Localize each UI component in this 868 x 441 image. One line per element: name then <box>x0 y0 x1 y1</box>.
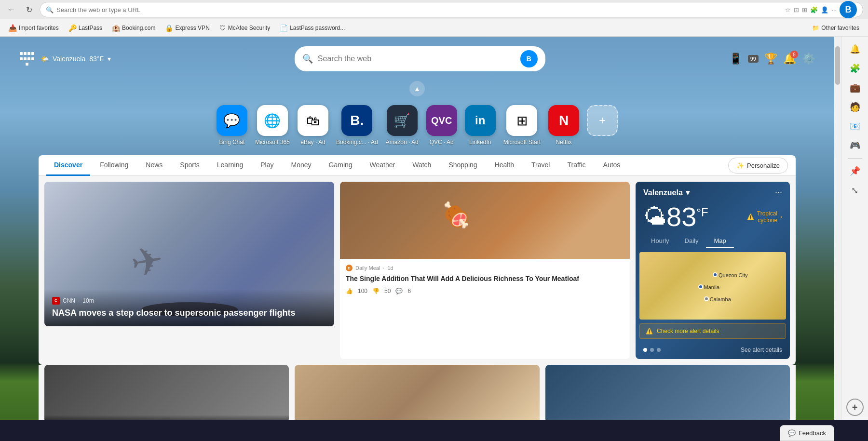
alert-label: Tropicalcyclone <box>757 210 777 224</box>
quicklink-msstart[interactable]: ⊞ Microsoft Start <box>503 105 541 146</box>
tab-news[interactable]: News <box>138 155 170 176</box>
settings-icon[interactable]: ⚙️ <box>802 53 815 65</box>
tab-traffic[interactable]: Traffic <box>559 155 593 176</box>
back-button[interactable]: ← <box>5 3 18 16</box>
weather-icon: 🌤️ <box>41 55 49 63</box>
scrollbar[interactable] <box>834 37 841 420</box>
sidebar-icon[interactable]: ⊡ <box>794 6 799 13</box>
refresh-button[interactable]: ↻ <box>22 3 36 16</box>
web-search-input[interactable] <box>318 54 515 63</box>
quicklink-netflix[interactable]: N Netflix <box>548 105 579 146</box>
weather-widget[interactable]: 🌤️ Valenzuela 83°F ▾ <box>41 55 111 63</box>
sidebar-briefcase-icon[interactable]: 💼 <box>846 79 864 96</box>
weather-tab-daily[interactable]: Daily <box>677 234 706 248</box>
fav-lastpass-label: LastPass <box>79 25 102 31</box>
article-trump[interactable] <box>44 365 289 420</box>
sidebar-extension-icon[interactable]: 🧩 <box>846 60 864 77</box>
tab-money[interactable]: Money <box>284 155 319 176</box>
linkedin-label: LinkedIn <box>469 139 491 146</box>
quicklink-add[interactable]: + <box>587 105 618 146</box>
grid-button[interactable] <box>19 51 35 67</box>
tab-health[interactable]: Health <box>487 155 522 176</box>
nasa-title: NASA moves a step closer to supersonic p… <box>52 307 326 319</box>
extensions-icon[interactable]: 🧩 <box>810 6 818 13</box>
bing-search-icon[interactable]: B <box>520 50 538 67</box>
collections-icon[interactable]: ⊞ <box>802 6 807 13</box>
other-favorites[interactable]: 📁 Other favorites <box>808 23 863 33</box>
quicklink-amazon[interactable]: 🛒 Amazon · Ad <box>386 105 419 146</box>
quicklink-qvc[interactable]: QVC QVC · Ad <box>426 105 457 146</box>
sidebar-games-icon[interactable]: 🎮 <box>846 137 864 154</box>
article-nasa[interactable]: C CNN · 10m NASA moves a step closer to … <box>44 182 334 326</box>
personalize-button[interactable]: ✨ Personalize <box>728 158 788 174</box>
quicklink-ebay[interactable]: 🛍 eBay · Ad <box>298 105 328 146</box>
weather-tab-map[interactable]: Map <box>706 234 733 248</box>
tab-sports[interactable]: Sports <box>172 155 207 176</box>
alert-warning-icon: ⚠️ <box>747 214 754 220</box>
scrollbar-thumb[interactable] <box>835 46 840 85</box>
fav-booking[interactable]: 🏨 Booking.com <box>108 22 159 34</box>
search-box[interactable]: 🔍 B <box>295 46 545 71</box>
meatloaf-dot: · <box>383 265 384 271</box>
quicklink-booking[interactable]: B. Booking.c... · Ad <box>336 105 378 146</box>
fav-import[interactable]: 📥 Import favorites <box>5 22 63 34</box>
sidebar-person-icon[interactable]: 🧑 <box>846 98 864 116</box>
tab-weather[interactable]: Weather <box>362 155 403 176</box>
tab-shopping[interactable]: Shopping <box>441 155 485 176</box>
tab-gaming[interactable]: Gaming <box>321 155 360 176</box>
article-china[interactable] <box>545 365 790 420</box>
more-icon[interactable]: ··· <box>831 6 837 13</box>
fav-mcafee-label: McAfee Security <box>228 25 270 31</box>
collections-icon-header[interactable]: 🏆 <box>764 53 777 65</box>
other-favorites-label: Other favorites <box>821 25 859 31</box>
notification-button[interactable]: 🔔 8 <box>783 53 796 65</box>
news-tabs: Discover Following News Sports Learning … <box>39 155 796 176</box>
weather-tab-hourly[interactable]: Hourly <box>643 234 677 248</box>
sidebar-expand-icon[interactable]: ⤡ <box>846 182 864 199</box>
alert-banner-text: Check more alert details <box>657 328 719 334</box>
weather-alert-banner[interactable]: ⚠️ Check more alert details <box>639 323 786 339</box>
fav-lastpass-pw[interactable]: 📄 LastPass password... <box>276 22 349 34</box>
tab-learning[interactable]: Learning <box>209 155 251 176</box>
phone-icon[interactable]: 📱 <box>729 53 742 65</box>
quicklink-linkedin[interactable]: in LinkedIn <box>465 105 496 146</box>
article-religious[interactable] <box>295 365 539 420</box>
weather-map[interactable]: Quezon City Manila Calamba <box>639 252 786 320</box>
address-input[interactable] <box>56 6 782 13</box>
main-content: 🔔 🧩 💼 🧑 📧 🎮 📌 ⤡ + <box>0 37 868 420</box>
favorites-bar: 📥 Import favorites 🔑 LastPass 🏨 Booking.… <box>0 19 868 37</box>
sidebar-outlook-icon[interactable]: 📧 <box>846 118 864 135</box>
tab-following[interactable]: Following <box>92 155 136 176</box>
quicklink-m365[interactable]: 🌐 Microsoft 365 <box>255 105 290 146</box>
sidebar-add-icon[interactable]: + <box>846 399 864 416</box>
article-meatloaf[interactable]: D Daily Meal · 1d The Single Addition Th… <box>340 182 630 359</box>
personalize-label: Personalize <box>747 162 780 169</box>
weather-more-button[interactable]: ··· <box>775 187 782 198</box>
bing-button[interactable]: B <box>840 1 857 18</box>
favorites-icon[interactable]: ☆ <box>785 6 791 13</box>
sidebar-pin-icon[interactable]: 📌 <box>846 162 864 180</box>
quick-links: 💬 Bing Chat 🌐 Microsoft 365 🛍 eBay · Ad <box>0 100 834 150</box>
weather-card-location[interactable]: Valenzuela ▾ <box>643 188 690 197</box>
profile-icon[interactable]: 👤 <box>821 6 828 13</box>
collapse-button[interactable]: ▲ <box>409 81 425 96</box>
quicklink-bingchat[interactable]: 💬 Bing Chat <box>217 105 247 146</box>
fav-expressvpn[interactable]: 🔒 Express VPN <box>161 22 213 34</box>
tab-autos[interactable]: Autos <box>596 155 628 176</box>
sidebar-bell-icon[interactable]: 🔔 <box>846 40 864 58</box>
fav-mcafee[interactable]: 🛡 McAfee Security <box>216 22 274 34</box>
wdot-1 <box>643 348 647 352</box>
tab-play[interactable]: Play <box>253 155 281 176</box>
see-alert-link[interactable]: See alert details <box>741 347 782 353</box>
notification-count: 8 <box>790 51 798 58</box>
news-grid: C CNN · 10m NASA moves a step closer to … <box>39 176 796 365</box>
folder-icon: 📁 <box>812 25 819 31</box>
tab-travel[interactable]: Travel <box>524 155 557 176</box>
tab-watch[interactable]: Watch <box>405 155 439 176</box>
dailymeal-icon: D <box>346 265 353 271</box>
address-bar[interactable]: 🔍 ☆ ⊡ ⊞ 🧩 👤 ··· B <box>40 2 863 17</box>
tab-discover[interactable]: Discover <box>46 155 90 176</box>
wdot-2 <box>650 348 654 352</box>
feedback-button[interactable]: 💬 Feedback <box>780 425 834 441</box>
fav-lastpass[interactable]: 🔑 LastPass <box>65 22 106 34</box>
